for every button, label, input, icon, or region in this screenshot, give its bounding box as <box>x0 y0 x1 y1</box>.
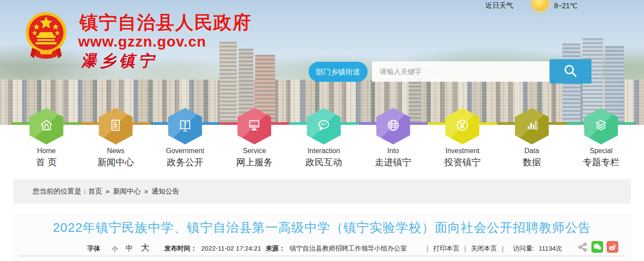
search-button[interactable] <box>550 59 591 84</box>
nav-item-investment[interactable]: Investment 投资镇宁 <box>428 108 497 169</box>
share-toolbar <box>578 241 618 253</box>
sun-icon <box>532 0 548 11</box>
weather-label: 近日天气 <box>485 1 513 10</box>
site-url: www.gzzn.gov.cn <box>78 33 206 50</box>
nav-item-special[interactable]: Special 专题专栏 <box>567 108 636 169</box>
nav-item-interaction[interactable]: Interaction 政民互动 <box>289 108 359 169</box>
weibo-share-icon[interactable] <box>607 241 618 253</box>
breadcrumb-separator: » <box>106 187 110 195</box>
department-towns-button[interactable]: 部门乡镇街道 <box>309 62 368 82</box>
source-value: 镇宁自治县教师招聘工作领导小组办公室 <box>289 244 407 253</box>
government-hexagon <box>168 108 202 144</box>
nav-label-en: Into <box>359 147 428 155</box>
nav-item-into[interactable]: Into 走进镇宁 <box>359 108 428 169</box>
nav-label-zh: 专题专栏 <box>567 156 636 168</box>
nav-label-zh: 走进镇宁 <box>359 156 428 168</box>
nav-label-en: Investment <box>428 147 497 155</box>
site-slogan: 瀑乡镇宁 <box>81 50 157 72</box>
article-title: 2022年镇宁民族中学、镇宁自治县第一高级中学（镇宁实验学校）面向社会公开招聘教… <box>13 219 631 237</box>
visits-label: 访问量: <box>513 244 534 253</box>
font-medium-button[interactable]: 中 <box>126 243 133 253</box>
nav-label-zh: 首 页 <box>12 156 81 168</box>
breadcrumb-news-center[interactable]: 新闻中心 <box>113 187 141 196</box>
chat-bubble-icon <box>316 117 332 135</box>
banner-photo: 镇宁自治县人民政府 www.gzzn.gov.cn 瀑乡镇宁 近日天气 8~21… <box>0 0 644 125</box>
interaction-hexagon <box>307 108 341 144</box>
nav-label-en: News <box>81 147 151 155</box>
font-small-button[interactable]: 小 <box>112 245 118 253</box>
nav-label-en: Government <box>150 147 220 155</box>
pipe-separator: ｜ <box>500 244 506 253</box>
nav-item-government[interactable]: Government 政务公开 <box>150 108 220 169</box>
weather-temperature: 8~21℃ <box>554 2 578 10</box>
news-hexagon <box>99 108 133 144</box>
nav-label-zh: 政务公开 <box>150 156 220 168</box>
service-hexagon <box>237 108 271 144</box>
breadcrumb-label: 您当前的位置是： <box>33 187 88 196</box>
source-label: 来源： <box>266 244 285 253</box>
nav-label-en: Special <box>567 147 636 155</box>
nav-label-zh: 网上服务 <box>220 156 289 168</box>
visits-value: 11134次 <box>538 244 562 253</box>
site-name: 镇宁自治县人民政府 <box>80 10 252 35</box>
wechat-share-icon[interactable] <box>591 241 603 253</box>
weather-widget: 近日天气 8~21℃ <box>485 0 578 11</box>
article-meta: 字体 小 中 大 发布时间： 2022-11-02 17:24:21 来源： 镇… <box>87 242 562 254</box>
bar-chart-icon <box>524 117 540 135</box>
nav-item-home[interactable]: Home 首 页 <box>12 108 81 169</box>
nav-label-en: Home <box>12 147 81 155</box>
nav-item-news[interactable]: News 新闻中心 <box>81 108 151 169</box>
layers-icon <box>593 117 609 135</box>
yuan-coin-icon <box>455 117 470 135</box>
national-emblem-logo[interactable] <box>24 9 68 65</box>
magnifier-icon <box>563 64 578 80</box>
main-navigation: Home 首 页 News 新闻中心 <box>12 108 636 169</box>
investment-hexagon <box>445 108 479 144</box>
home-hexagon <box>30 108 63 144</box>
nav-label-zh: 新闻中心 <box>81 156 151 168</box>
data-hexagon <box>515 108 549 144</box>
breadcrumb-separator: » <box>144 187 148 195</box>
nav-label-zh: 投资镇宁 <box>428 156 497 168</box>
page: 镇宁自治县人民政府 www.gzzn.gov.cn 瀑乡镇宁 近日天气 8~21… <box>0 0 644 261</box>
globe-icon <box>385 117 401 135</box>
publish-time-label: 发布时间： <box>164 244 197 253</box>
nav-label-zh: 政民互动 <box>289 156 359 168</box>
breadcrumb: 您当前的位置是： 首页 » 新闻中心 » 通知公告 <box>13 179 631 204</box>
breadcrumb-notices[interactable]: 通知公告 <box>152 187 179 196</box>
open-book-icon <box>177 117 193 135</box>
nav-item-data[interactable]: Data 数据 <box>497 108 567 169</box>
pipe-separator: ｜ <box>424 244 431 253</box>
close-page-button[interactable]: 关闭本页 <box>471 244 497 253</box>
news-icon <box>108 117 123 135</box>
publish-time-value: 2022-11-02 17:24:21 <box>201 244 261 252</box>
pipe-separator: ｜ <box>462 244 468 253</box>
nav-label-en: Service <box>220 147 289 155</box>
font-size-label: 字体 <box>87 244 100 253</box>
nav-label-en: Interaction <box>289 147 359 155</box>
special-hexagon <box>584 108 618 144</box>
search-input[interactable] <box>372 61 549 82</box>
article-panel: 2022年镇宁民族中学、镇宁自治县第一高级中学（镇宁实验学校）面向社会公开招聘教… <box>13 214 631 261</box>
home-icon <box>39 117 54 135</box>
font-large-button[interactable]: 大 <box>141 242 149 254</box>
nav-label-zh: 数据 <box>497 156 567 168</box>
globe-hexagon <box>376 108 410 144</box>
monitor-icon <box>246 117 262 135</box>
share-nodes-icon[interactable] <box>578 242 588 252</box>
meta-divider <box>18 256 625 256</box>
nav-item-service[interactable]: Service 网上服务 <box>220 108 289 169</box>
nav-label-en: Data <box>497 147 567 155</box>
print-page-button[interactable]: 打印本页 <box>433 244 459 253</box>
breadcrumb-home[interactable]: 首页 <box>88 187 102 196</box>
